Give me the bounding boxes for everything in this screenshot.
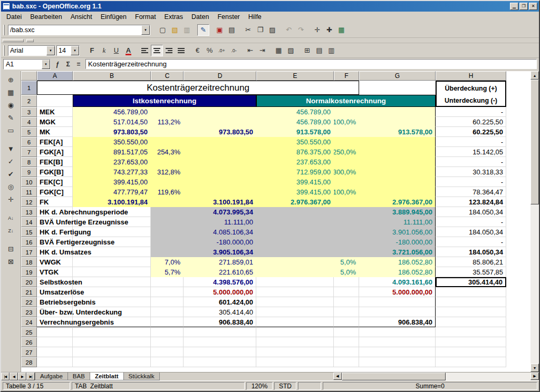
- cell-H1[interactable]: Überdeckung (+): [436, 81, 506, 95]
- cell-H9[interactable]: 30.318,33: [436, 167, 506, 177]
- autospellcheck-icon[interactable]: ✔: [4, 168, 18, 180]
- cell-A20[interactable]: Selbstkosten: [37, 277, 73, 287]
- menu-format[interactable]: Format: [131, 12, 160, 22]
- paste-icon[interactable]: ▨: [266, 24, 278, 36]
- cell-A9[interactable]: FGK[B]: [37, 167, 73, 177]
- cell-D27[interactable]: [184, 347, 256, 357]
- cell-A24[interactable]: Verrechnungsergebnis: [37, 317, 73, 327]
- cell-H13[interactable]: 184.050,34: [436, 207, 506, 217]
- cell-E4[interactable]: 456.789,00: [256, 117, 334, 127]
- cell-B21[interactable]: [73, 287, 151, 297]
- title-bar[interactable]: bab.sxc - OpenOffice.org 1.1 ▁❐✕: [1, 1, 539, 12]
- cell-F3[interactable]: [334, 107, 359, 117]
- cell-F5[interactable]: [334, 127, 359, 137]
- cell-A27[interactable]: [37, 347, 73, 357]
- font-color-button[interactable]: A: [122, 45, 134, 56]
- cell-F22[interactable]: [334, 297, 359, 307]
- cell-B6[interactable]: 350.550,00: [73, 137, 151, 147]
- cell-G16[interactable]: -180.000,00: [359, 237, 436, 247]
- cell-E24[interactable]: [256, 317, 334, 327]
- cell-E10[interactable]: 399.415,00: [256, 177, 334, 187]
- cell-G7[interactable]: [359, 147, 436, 157]
- cell-H7[interactable]: 15.142,05: [436, 147, 506, 157]
- cell-B8[interactable]: 237.653,00: [73, 157, 151, 167]
- cell-A17[interactable]: HK d. Umsatzes: [37, 247, 73, 257]
- borders-button[interactable]: ▦: [273, 45, 285, 56]
- cell-G10[interactable]: [359, 177, 436, 187]
- previous-sheet-button[interactable]: ◀: [9, 373, 18, 380]
- cell-C26[interactable]: [151, 337, 184, 347]
- add-decimal-button[interactable]: .0+: [216, 45, 228, 56]
- sort-descending-icon[interactable]: Z↓: [4, 224, 18, 237]
- cell-H14[interactable]: -: [436, 217, 506, 227]
- cell-C18[interactable]: 7,0%: [151, 257, 184, 267]
- cell-C8[interactable]: [151, 157, 184, 167]
- align-center-button[interactable]: [151, 45, 163, 56]
- cell-C3[interactable]: [151, 107, 184, 117]
- row-header-12[interactable]: 12: [21, 197, 37, 207]
- cell-C5[interactable]: [151, 127, 184, 137]
- url-input[interactable]: [8, 26, 141, 34]
- cell-F25[interactable]: [334, 327, 359, 337]
- select-all-corner[interactable]: [21, 71, 37, 81]
- cell-F8[interactable]: [334, 157, 359, 167]
- cell-G9[interactable]: [359, 167, 436, 177]
- column-header-A[interactable]: A: [37, 71, 73, 81]
- cell-H17[interactable]: 184.050,34: [436, 247, 506, 257]
- scroll-up-icon[interactable]: ▲: [531, 71, 539, 80]
- cell-E5[interactable]: 913.578,00: [256, 127, 334, 137]
- cell-D16[interactable]: -180.000,00: [184, 237, 256, 247]
- cell-E19[interactable]: [256, 267, 334, 277]
- cell-D25[interactable]: [184, 327, 256, 337]
- cell-C12[interactable]: [151, 197, 184, 207]
- cell-F13[interactable]: [334, 207, 359, 217]
- cell-reference[interactable]: A1: [4, 61, 42, 68]
- background-color-button[interactable]: ▨: [285, 45, 297, 56]
- cell-G8[interactable]: [359, 157, 436, 167]
- cell-A26[interactable]: [37, 337, 73, 347]
- cell-H6[interactable]: -: [436, 137, 506, 147]
- increase-indent-button[interactable]: ⇥: [256, 45, 268, 56]
- url-dropdown-icon[interactable]: [141, 25, 150, 35]
- cell-E3[interactable]: 456.789,00: [256, 107, 334, 117]
- cell-H3[interactable]: -: [436, 107, 506, 117]
- cell-H21[interactable]: [436, 287, 506, 297]
- scroll-right-icon[interactable]: ▶: [531, 373, 539, 380]
- cell-C16[interactable]: [151, 237, 184, 247]
- cell-H19[interactable]: 35.557,85: [436, 267, 506, 277]
- cell-D8[interactable]: [184, 157, 256, 167]
- cell-A5[interactable]: MK: [37, 127, 73, 137]
- cell-D12[interactable]: 3.100.191,84: [184, 197, 256, 207]
- menu-bearbeiten[interactable]: Bearbeiten: [26, 12, 66, 22]
- cell-F7[interactable]: 250,0%: [334, 147, 359, 157]
- cell-C20[interactable]: [151, 277, 184, 287]
- row-header-11[interactable]: 11: [21, 187, 37, 197]
- cell-G1[interactable]: [359, 81, 436, 95]
- find-replace-icon[interactable]: ◎: [4, 181, 18, 193]
- menu-hilfe[interactable]: Hilfe: [244, 12, 266, 22]
- column-header-C[interactable]: C: [151, 71, 184, 81]
- cell-B4[interactable]: 517.014,50: [73, 117, 151, 127]
- row-header-7[interactable]: 7: [21, 147, 37, 157]
- font-size-input[interactable]: [57, 46, 71, 55]
- cell-G26[interactable]: [359, 337, 436, 347]
- cell-C25[interactable]: [151, 327, 184, 337]
- cell-F19[interactable]: 5,0%: [334, 267, 359, 277]
- tab-stückkalk[interactable]: Stückkalk: [123, 373, 160, 380]
- cell-E15[interactable]: [256, 227, 334, 237]
- cell-H10[interactable]: -: [436, 177, 506, 187]
- group-icon[interactable]: ⊟: [4, 243, 18, 255]
- row-header-1[interactable]: 1: [21, 81, 37, 95]
- cell-D22[interactable]: 601.424,00: [184, 297, 256, 307]
- row-header-16[interactable]: 16: [21, 237, 37, 247]
- cell-B9[interactable]: 743.277,33: [73, 167, 151, 177]
- restore-button[interactable]: ❐: [519, 3, 528, 10]
- cell-B26[interactable]: [73, 337, 151, 347]
- cell-G3[interactable]: [359, 107, 436, 117]
- merge-cells-button[interactable]: ⊞: [301, 45, 313, 56]
- cell-C13[interactable]: [151, 207, 184, 217]
- cell-H12[interactable]: 123.824,84: [436, 197, 506, 207]
- cell-G27[interactable]: [359, 347, 436, 357]
- cell-D28[interactable]: [184, 357, 256, 367]
- cell-H2[interactable]: Unterdeckung (-): [436, 95, 506, 107]
